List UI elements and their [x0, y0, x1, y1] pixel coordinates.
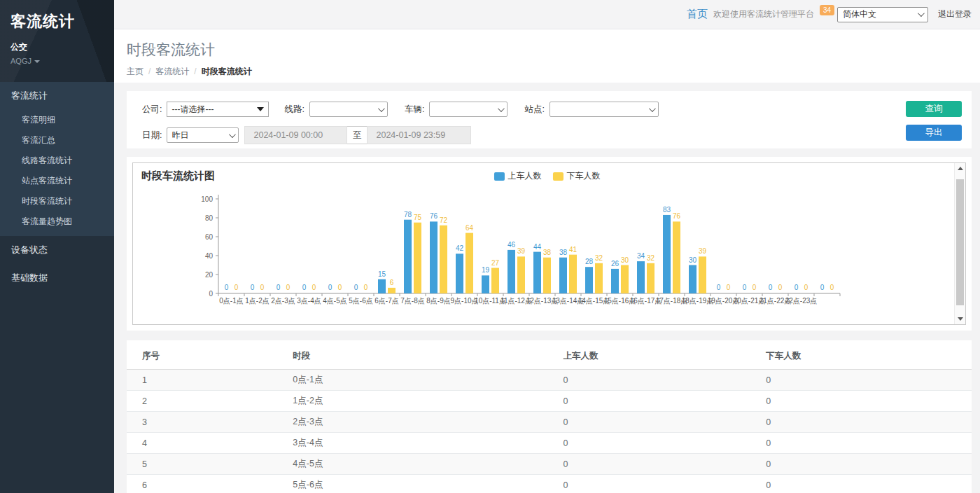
dropdown-arrow-icon	[257, 107, 264, 111]
svg-text:0: 0	[354, 284, 358, 291]
svg-text:4点-5点: 4点-5点	[323, 297, 346, 305]
breadcrumb: 主页/客流统计/时段客流统计	[127, 66, 980, 78]
scrollbar-down-arrow[interactable]	[955, 314, 966, 324]
date-end-input[interactable]: 2024-01-09 23:59	[367, 126, 471, 144]
table-cell-1-1: 1点-2点	[287, 391, 557, 412]
logout-link[interactable]: 退出登录	[938, 8, 972, 20]
date-start-input[interactable]: 2024-01-09 00:00	[244, 126, 347, 144]
sidebar-item-0[interactable]: 客流统计	[0, 82, 114, 110]
query-button[interactable]: 查询	[906, 101, 962, 117]
sidebar-subitem-0-1[interactable]: 客流汇总	[0, 130, 114, 151]
filter-panel: 公司: ---请选择--- 线路: 车辆: 站点: 日期:	[127, 91, 972, 148]
table-cell-1-3: 0	[760, 391, 972, 412]
svg-text:0: 0	[286, 284, 290, 291]
svg-text:39: 39	[699, 247, 707, 255]
chart-panel: 时段车流统计图 上车人数下车人数 0204060801000点-1点001点-2…	[127, 157, 972, 331]
svg-text:5点-6点: 5点-6点	[349, 297, 372, 305]
svg-text:42: 42	[456, 244, 464, 252]
table-header-row: 序号时段上车人数下车人数	[127, 343, 972, 370]
svg-text:27: 27	[491, 259, 500, 267]
table-cell-0-0: 1	[127, 370, 287, 391]
page-title: 时段客流统计	[127, 40, 980, 60]
sidebar-logo-area: 客流统计 公交 AQGJ	[0, 0, 114, 82]
svg-text:0: 0	[820, 284, 825, 291]
table-body: 10点-1点0021点-2点0032点-3点0043点-4点0054点-5点00…	[127, 370, 972, 493]
scrollbar-thumb[interactable]	[956, 179, 964, 305]
user-menu[interactable]: AQGJ	[10, 57, 104, 65]
sidebar-subitem-0-5[interactable]: 客流量趋势图	[0, 211, 114, 232]
table-row-1: 21点-2点00	[127, 391, 972, 412]
table-cell-4-3: 0	[760, 454, 972, 475]
legend-swatch-icon	[493, 172, 504, 181]
svg-text:0: 0	[717, 284, 721, 291]
sidebar-nav: 客流统计客流明细客流汇总线路客流统计站点客流统计时段客流统计客流量趋势图设备状态…	[0, 82, 114, 292]
table-cell-0-2: 0	[558, 370, 761, 391]
bar-chart-svg: 0204060801000点-1点001点-2点002点-3点003点-4点00…	[133, 190, 938, 316]
company-label: 公司:	[142, 104, 162, 116]
svg-text:0: 0	[364, 284, 368, 291]
svg-text:0: 0	[312, 284, 316, 291]
main-area: 首页 欢迎使用客流统计管理平台 34 简体中文 退出登录 时段客流统计 主页/客…	[114, 0, 980, 493]
svg-text:44: 44	[533, 243, 542, 251]
svg-text:0: 0	[830, 284, 834, 291]
line-select[interactable]	[309, 102, 388, 117]
sidebar-item-2[interactable]: 基础数据	[0, 264, 114, 292]
scrollbar-up-arrow[interactable]	[955, 163, 966, 174]
content-body: 公司: ---请选择--- 线路: 车辆: 站点: 日期:	[114, 83, 980, 493]
sidebar-group-1: 设备状态	[0, 236, 114, 264]
legend-item-1[interactable]: 下车人数	[552, 170, 600, 182]
breadcrumb-item-1[interactable]: 客流统计	[155, 67, 189, 76]
sidebar-subitem-0-0[interactable]: 客流明细	[0, 110, 114, 130]
breadcrumb-separator: /	[148, 67, 150, 76]
date-between-label: 至	[347, 126, 367, 144]
station-select[interactable]	[550, 102, 659, 117]
svg-text:64: 64	[465, 224, 474, 232]
table-header-0: 序号	[127, 343, 287, 370]
svg-text:0: 0	[209, 290, 213, 298]
sidebar: 客流统计 公交 AQGJ 客流统计客流明细客流汇总线路客流统计站点客流统计时段客…	[0, 0, 114, 493]
date-preset-select[interactable]: 昨日	[167, 127, 239, 143]
breadcrumb-item-0[interactable]: 主页	[127, 67, 144, 76]
sidebar-subitem-0-4[interactable]: 时段客流统计	[0, 191, 114, 211]
language-select[interactable]: 简体中文	[837, 7, 928, 22]
svg-text:19: 19	[482, 266, 490, 274]
sidebar-item-1[interactable]: 设备状态	[0, 236, 114, 264]
chart-container: 时段车流统计图 上车人数下车人数 0204060801000点-1点001点-2…	[132, 162, 966, 325]
sidebar-group-2: 基础数据	[0, 264, 114, 292]
station-label: 站点:	[524, 104, 544, 116]
svg-text:0: 0	[260, 284, 265, 291]
chart-scrollbar[interactable]	[954, 163, 965, 324]
page-header: 时段客流统计 主页/客流统计/时段客流统计	[114, 29, 980, 83]
svg-text:26: 26	[611, 260, 620, 268]
table-cell-4-2: 0	[558, 454, 761, 475]
export-button[interactable]: 导出	[906, 125, 962, 141]
chevron-down-icon	[498, 105, 505, 112]
svg-text:32: 32	[595, 254, 603, 262]
legend-item-0[interactable]: 上车人数	[493, 170, 541, 182]
vehicle-select[interactable]	[429, 102, 507, 117]
table-cell-5-2: 0	[558, 475, 761, 493]
table-cell-3-2: 0	[558, 433, 761, 454]
svg-text:0: 0	[234, 284, 239, 291]
table-row-4: 54点-5点00	[127, 454, 972, 475]
table-cell-5-3: 0	[760, 475, 972, 493]
data-table-panel: 序号时段上车人数下车人数 10点-1点0021点-2点0032点-3点0043点…	[127, 340, 972, 493]
table-cell-0-3: 0	[760, 370, 972, 391]
svg-text:7点-8点: 7点-8点	[400, 297, 424, 305]
sidebar-subitem-0-2[interactable]: 线路客流统计	[0, 151, 114, 171]
table-cell-3-0: 4	[127, 433, 287, 454]
table-cell-2-0: 3	[127, 412, 287, 433]
svg-text:75: 75	[414, 214, 422, 221]
table-cell-4-1: 4点-5点	[287, 454, 557, 475]
svg-text:38: 38	[559, 249, 568, 256]
chevron-down-icon	[918, 10, 925, 17]
svg-text:38: 38	[543, 249, 552, 256]
app-title: 客流统计	[10, 11, 104, 32]
legend-label: 上车人数	[507, 170, 541, 182]
table-cell-5-1: 5点-6点	[287, 475, 557, 493]
breadcrumb-separator: /	[194, 67, 196, 76]
svg-text:28: 28	[585, 258, 594, 265]
home-link[interactable]: 首页	[687, 8, 708, 21]
company-select[interactable]: ---请选择---	[167, 102, 269, 117]
sidebar-subitem-0-3[interactable]: 站点客流统计	[0, 171, 114, 191]
